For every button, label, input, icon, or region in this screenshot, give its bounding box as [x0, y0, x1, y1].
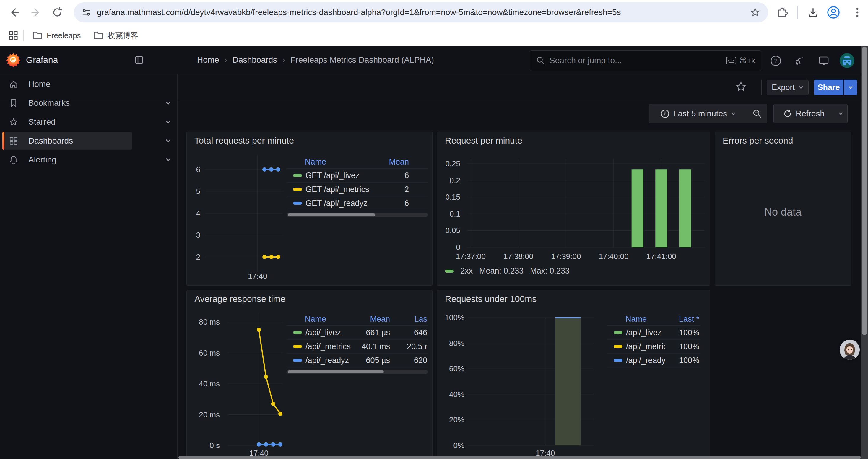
chart-legend[interactable]: 2xxMean: 0.233Max: 0.233 — [445, 266, 569, 275]
forward-icon[interactable] — [30, 6, 42, 18]
sidebar-item-label: Alerting — [28, 155, 56, 165]
series-color-pill[interactable] — [293, 174, 302, 177]
series-color-pill[interactable] — [293, 331, 302, 334]
help-icon[interactable]: ? — [770, 55, 782, 67]
bookmark-folder-blogs[interactable]: 收藏博客 — [93, 30, 138, 41]
series-color-pill[interactable] — [614, 345, 622, 348]
svg-text:17:37:00: 17:37:00 — [456, 252, 486, 261]
series-color-pill[interactable] — [293, 359, 302, 362]
sidebar-item-button[interactable]: Alerting — [2, 151, 132, 169]
series-color-pill[interactable] — [614, 331, 622, 334]
legend-header[interactable]: NameMean — [286, 156, 428, 169]
legend-scrollbar[interactable] — [286, 213, 428, 217]
sidebar-item-bookmarks[interactable]: Bookmarks — [2, 94, 172, 112]
chevron-down-icon[interactable] — [165, 157, 172, 163]
reload-icon[interactable] — [52, 6, 63, 18]
panel-total-requests[interactable]: Total requests per minute 6543217:40 Nam… — [186, 132, 433, 286]
legend-row[interactable]: /api/_livez100% — [607, 326, 701, 340]
series-color-pill[interactable] — [445, 270, 454, 273]
grafana-logo-icon[interactable] — [6, 53, 21, 67]
legend-row[interactable]: /api/_readyz605 µs620 — [286, 354, 428, 367]
news-rss-icon[interactable] — [794, 55, 805, 67]
panel-requests-under-100ms[interactable]: Requests under 100ms 100%80%60%40%20%0%1… — [437, 290, 710, 459]
monitor-icon[interactable] — [818, 55, 830, 67]
chevron-down-icon[interactable] — [165, 119, 172, 125]
chevron-down-icon[interactable] — [165, 138, 172, 144]
sidebar-item-button[interactable]: Bookmarks — [2, 94, 132, 112]
url-text[interactable]: grafana.mathmast.com/d/deytv4rwavabkb/fr… — [97, 8, 750, 17]
sidebar-item-starred[interactable]: Starred — [2, 113, 172, 131]
breadcrumb-dashboards[interactable]: Dashboards — [232, 55, 277, 65]
series-name[interactable]: 2xx — [460, 266, 473, 275]
legend-row[interactable]: GET /api/_readyz6 — [286, 196, 428, 210]
legend-table[interactable]: NameLast */api/_livez100%/api/_metrics10… — [607, 313, 701, 367]
sidebar-item-home[interactable]: Home — [2, 75, 172, 93]
horizontal-scrollbar[interactable] — [179, 456, 861, 459]
sidebar-item-alerting[interactable]: Alerting — [2, 151, 172, 169]
legend-row[interactable]: /api/_readyz100% — [607, 354, 701, 367]
back-icon[interactable] — [8, 6, 20, 18]
refresh-button[interactable]: Refresh — [773, 104, 834, 124]
extensions-icon[interactable] — [776, 7, 788, 19]
bookmark-folder-freeleaps[interactable]: Freeleaps — [32, 30, 81, 41]
svg-text:60 ms: 60 ms — [199, 349, 220, 357]
user-avatar[interactable] — [840, 53, 855, 68]
svg-text:20 ms: 20 ms — [199, 410, 220, 419]
sidebar-item-button[interactable]: Dashboards — [2, 132, 132, 150]
panel-errors-per-second[interactable]: Errors per second No data — [715, 132, 851, 286]
chevron-down-icon[interactable] — [165, 100, 172, 106]
zoom-out-button[interactable] — [747, 104, 767, 124]
legend-row[interactable]: /api/_metrics100% — [607, 340, 701, 354]
legend-row[interactable]: GET /api/_metrics2 — [286, 183, 428, 196]
chevron-right-icon: › — [282, 55, 285, 65]
browser-menu-icon[interactable] — [851, 6, 863, 18]
chevron-down-icon — [848, 85, 853, 90]
sidebar-item-button[interactable]: Home — [2, 75, 132, 93]
sidebar-item-label: Home — [28, 79, 51, 89]
apps-grid-icon[interactable] — [8, 30, 19, 41]
sidebar-item-dashboards[interactable]: Dashboards — [2, 132, 172, 150]
legend-table[interactable]: NameMeanGET /api/_livez6GET /api/_metric… — [286, 156, 428, 217]
sidebar-item-button[interactable]: Starred — [2, 113, 132, 131]
legend-header[interactable]: NameLast * — [607, 313, 701, 326]
svg-text:0.1: 0.1 — [450, 209, 460, 218]
series-color-pill[interactable] — [293, 202, 302, 205]
legend-header[interactable]: NameMeanLas — [286, 313, 428, 326]
no-data-message: No data — [715, 206, 851, 218]
time-range-picker[interactable]: Last 5 minutes — [649, 104, 747, 124]
legend-table[interactable]: NameMeanLas/api/_livez661 µs646/api/_met… — [286, 313, 428, 374]
series-color-pill[interactable] — [293, 345, 302, 348]
assistant-avatar[interactable] — [840, 340, 860, 360]
panel-request-per-minute[interactable]: Request per minute 0.250.20.150.10.05017… — [437, 132, 710, 286]
url-bar[interactable]: grafana.mathmast.com/d/deytv4rwavabkb/fr… — [74, 2, 768, 23]
panel-title[interactable]: Errors per second — [723, 136, 793, 145]
series-color-pill[interactable] — [614, 359, 622, 362]
share-menu-button[interactable] — [844, 80, 857, 95]
search-input[interactable]: Search or jump to... ⌘+k — [530, 50, 761, 71]
legend-row[interactable]: GET /api/_livez6 — [286, 169, 428, 183]
series-color-pill[interactable] — [293, 188, 302, 191]
folder-icon — [93, 30, 103, 41]
legend-row[interactable]: /api/_livez661 µs646 — [286, 326, 428, 340]
site-settings-icon[interactable] — [82, 8, 91, 17]
breadcrumb-home[interactable]: Home — [197, 55, 219, 65]
export-button[interactable]: Export — [767, 80, 809, 95]
breadcrumb-current: Freeleaps Metrics Dashboard (ALPHA) — [290, 55, 434, 65]
svg-text:0 s: 0 s — [210, 441, 220, 450]
share-button[interactable]: Share — [814, 80, 843, 95]
star-dashboard-icon[interactable] — [735, 81, 747, 93]
dock-menu-icon[interactable] — [135, 56, 144, 64]
legend-row[interactable]: /api/_metrics40.1 ms20.5 r — [286, 340, 428, 354]
vertical-scrollbar-thumb[interactable] — [862, 47, 867, 335]
profile-icon[interactable] — [827, 6, 838, 18]
bookmarks-bar: Freeleaps 收藏博客 — [0, 25, 868, 46]
legend-scrollbar[interactable] — [286, 370, 428, 374]
breadcrumb: Home › Dashboards › Freeleaps Metrics Da… — [197, 50, 434, 70]
panel-average-response-time[interactable]: Average response time 80 ms60 ms40 ms20 … — [186, 290, 433, 459]
star-icon — [9, 117, 18, 127]
toolbar-separator — [761, 80, 762, 95]
refresh-interval-button[interactable] — [834, 104, 848, 124]
downloads-icon[interactable] — [807, 7, 819, 19]
sidebar-item-label: Starred — [28, 117, 56, 127]
bookmark-star-icon[interactable] — [750, 7, 761, 18]
